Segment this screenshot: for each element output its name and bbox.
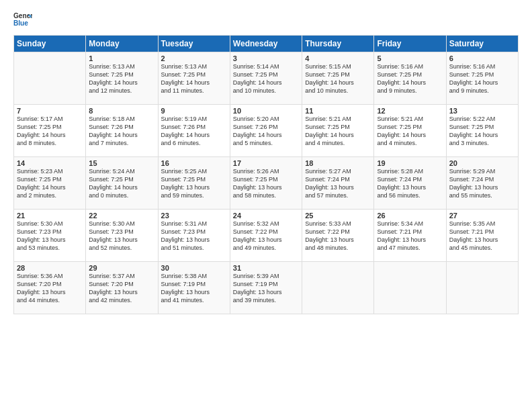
calendar-cell — [302, 262, 374, 314]
day-info: Sunrise: 5:13 AM Sunset: 7:25 PM Dayligh… — [89, 62, 154, 95]
day-info: Sunrise: 5:13 AM Sunset: 7:25 PM Dayligh… — [161, 62, 227, 95]
day-number: 4 — [305, 54, 371, 62]
calendar-cell: 8Sunrise: 5:18 AM Sunset: 7:26 PM Daylig… — [86, 105, 158, 157]
day-number: 28 — [17, 264, 83, 272]
day-number: 11 — [305, 107, 371, 115]
calendar-cell: 5Sunrise: 5:16 AM Sunset: 7:25 PM Daylig… — [374, 52, 446, 105]
calendar-cell: 25Sunrise: 5:33 AM Sunset: 7:22 PM Dayli… — [302, 210, 374, 262]
day-number: 3 — [233, 54, 299, 62]
calendar-table: SundayMondayTuesdayWednesdayThursdayFrid… — [13, 35, 519, 314]
day-info: Sunrise: 5:21 AM Sunset: 7:25 PM Dayligh… — [305, 115, 371, 148]
calendar-cell: 14Sunrise: 5:23 AM Sunset: 7:25 PM Dayli… — [14, 157, 86, 210]
header: General Blue — [13, 11, 519, 30]
calendar-cell: 15Sunrise: 5:24 AM Sunset: 7:25 PM Dayli… — [86, 157, 158, 210]
calendar-cell: 11Sunrise: 5:21 AM Sunset: 7:25 PM Dayli… — [302, 105, 374, 157]
calendar-cell — [446, 262, 518, 314]
logo: General Blue — [13, 11, 35, 30]
day-number: 2 — [161, 54, 227, 62]
calendar-cell: 2Sunrise: 5:13 AM Sunset: 7:25 PM Daylig… — [158, 52, 230, 105]
col-header-saturday: Saturday — [446, 36, 518, 52]
day-info: Sunrise: 5:16 AM Sunset: 7:25 PM Dayligh… — [377, 62, 443, 95]
day-info: Sunrise: 5:22 AM Sunset: 7:25 PM Dayligh… — [449, 115, 515, 148]
day-info: Sunrise: 5:14 AM Sunset: 7:25 PM Dayligh… — [233, 62, 299, 95]
day-info: Sunrise: 5:16 AM Sunset: 7:25 PM Dayligh… — [449, 62, 515, 95]
week-row-1: 1Sunrise: 5:13 AM Sunset: 7:25 PM Daylig… — [14, 52, 519, 105]
day-number: 24 — [233, 212, 299, 220]
day-number: 26 — [377, 212, 443, 220]
calendar-cell: 31Sunrise: 5:39 AM Sunset: 7:19 PM Dayli… — [230, 262, 302, 314]
day-info: Sunrise: 5:30 AM Sunset: 7:23 PM Dayligh… — [89, 220, 154, 253]
day-number: 22 — [89, 212, 154, 220]
day-info: Sunrise: 5:29 AM Sunset: 7:24 PM Dayligh… — [449, 167, 515, 200]
calendar-cell: 26Sunrise: 5:34 AM Sunset: 7:21 PM Dayli… — [374, 210, 446, 262]
day-info: Sunrise: 5:19 AM Sunset: 7:26 PM Dayligh… — [161, 115, 227, 148]
col-header-friday: Friday — [374, 36, 446, 52]
week-row-3: 14Sunrise: 5:23 AM Sunset: 7:25 PM Dayli… — [14, 157, 519, 210]
day-info: Sunrise: 5:20 AM Sunset: 7:26 PM Dayligh… — [233, 115, 299, 148]
day-info: Sunrise: 5:39 AM Sunset: 7:19 PM Dayligh… — [233, 272, 299, 305]
day-info: Sunrise: 5:15 AM Sunset: 7:25 PM Dayligh… — [305, 62, 371, 95]
col-header-sunday: Sunday — [14, 36, 86, 52]
calendar-cell: 27Sunrise: 5:35 AM Sunset: 7:21 PM Dayli… — [446, 210, 518, 262]
calendar-cell: 30Sunrise: 5:38 AM Sunset: 7:19 PM Dayli… — [158, 262, 230, 314]
day-number: 31 — [233, 264, 299, 272]
calendar-cell: 17Sunrise: 5:26 AM Sunset: 7:25 PM Dayli… — [230, 157, 302, 210]
calendar-cell: 1Sunrise: 5:13 AM Sunset: 7:25 PM Daylig… — [86, 52, 158, 105]
day-info: Sunrise: 5:17 AM Sunset: 7:25 PM Dayligh… — [17, 115, 83, 148]
day-info: Sunrise: 5:30 AM Sunset: 7:23 PM Dayligh… — [17, 220, 83, 253]
day-info: Sunrise: 5:26 AM Sunset: 7:25 PM Dayligh… — [233, 167, 299, 200]
day-number: 9 — [161, 107, 227, 115]
day-number: 14 — [17, 159, 83, 167]
calendar-cell: 24Sunrise: 5:32 AM Sunset: 7:22 PM Dayli… — [230, 210, 302, 262]
calendar-cell: 10Sunrise: 5:20 AM Sunset: 7:26 PM Dayli… — [230, 105, 302, 157]
calendar-cell: 29Sunrise: 5:37 AM Sunset: 7:20 PM Dayli… — [86, 262, 158, 314]
day-info: Sunrise: 5:24 AM Sunset: 7:25 PM Dayligh… — [89, 167, 154, 200]
day-number: 20 — [449, 159, 515, 167]
col-header-monday: Monday — [86, 36, 158, 52]
day-info: Sunrise: 5:21 AM Sunset: 7:25 PM Dayligh… — [377, 115, 443, 148]
day-info: Sunrise: 5:28 AM Sunset: 7:24 PM Dayligh… — [377, 167, 443, 200]
day-number: 25 — [305, 212, 371, 220]
day-info: Sunrise: 5:37 AM Sunset: 7:20 PM Dayligh… — [89, 272, 154, 305]
calendar-cell: 3Sunrise: 5:14 AM Sunset: 7:25 PM Daylig… — [230, 52, 302, 105]
calendar-cell: 22Sunrise: 5:30 AM Sunset: 7:23 PM Dayli… — [86, 210, 158, 262]
day-info: Sunrise: 5:32 AM Sunset: 7:22 PM Dayligh… — [233, 220, 299, 253]
calendar-cell: 18Sunrise: 5:27 AM Sunset: 7:24 PM Dayli… — [302, 157, 374, 210]
day-number: 8 — [89, 107, 154, 115]
logo-icon: General Blue — [13, 11, 32, 30]
calendar-cell — [14, 52, 86, 105]
day-number: 6 — [449, 54, 515, 62]
calendar-cell: 6Sunrise: 5:16 AM Sunset: 7:25 PM Daylig… — [446, 52, 518, 105]
day-number: 27 — [449, 212, 515, 220]
calendar-cell: 28Sunrise: 5:36 AM Sunset: 7:20 PM Dayli… — [14, 262, 86, 314]
day-info: Sunrise: 5:27 AM Sunset: 7:24 PM Dayligh… — [305, 167, 371, 200]
calendar-cell: 12Sunrise: 5:21 AM Sunset: 7:25 PM Dayli… — [374, 105, 446, 157]
calendar-cell: 20Sunrise: 5:29 AM Sunset: 7:24 PM Dayli… — [446, 157, 518, 210]
day-number: 21 — [17, 212, 83, 220]
day-number: 5 — [377, 54, 443, 62]
svg-text:Blue: Blue — [13, 19, 28, 27]
col-header-thursday: Thursday — [302, 36, 374, 52]
calendar-cell — [374, 262, 446, 314]
day-info: Sunrise: 5:35 AM Sunset: 7:21 PM Dayligh… — [449, 220, 515, 253]
day-number: 29 — [89, 264, 154, 272]
day-number: 18 — [305, 159, 371, 167]
calendar-cell: 16Sunrise: 5:25 AM Sunset: 7:25 PM Dayli… — [158, 157, 230, 210]
calendar-cell: 9Sunrise: 5:19 AM Sunset: 7:26 PM Daylig… — [158, 105, 230, 157]
day-number: 17 — [233, 159, 299, 167]
day-number: 15 — [89, 159, 154, 167]
day-info: Sunrise: 5:36 AM Sunset: 7:20 PM Dayligh… — [17, 272, 83, 305]
week-row-2: 7Sunrise: 5:17 AM Sunset: 7:25 PM Daylig… — [14, 105, 519, 157]
day-number: 19 — [377, 159, 443, 167]
day-info: Sunrise: 5:23 AM Sunset: 7:25 PM Dayligh… — [17, 167, 83, 200]
calendar-cell: 19Sunrise: 5:28 AM Sunset: 7:24 PM Dayli… — [374, 157, 446, 210]
day-info: Sunrise: 5:25 AM Sunset: 7:25 PM Dayligh… — [161, 167, 227, 200]
day-info: Sunrise: 5:31 AM Sunset: 7:23 PM Dayligh… — [161, 220, 227, 253]
day-number: 7 — [17, 107, 83, 115]
day-number: 16 — [161, 159, 227, 167]
header-row: SundayMondayTuesdayWednesdayThursdayFrid… — [14, 36, 519, 52]
day-info: Sunrise: 5:33 AM Sunset: 7:22 PM Dayligh… — [305, 220, 371, 253]
calendar-cell: 21Sunrise: 5:30 AM Sunset: 7:23 PM Dayli… — [14, 210, 86, 262]
day-info: Sunrise: 5:38 AM Sunset: 7:19 PM Dayligh… — [161, 272, 227, 305]
week-row-4: 21Sunrise: 5:30 AM Sunset: 7:23 PM Dayli… — [14, 210, 519, 262]
